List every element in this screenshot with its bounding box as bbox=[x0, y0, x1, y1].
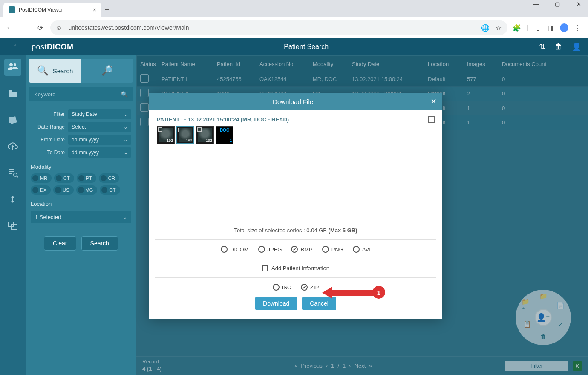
site-info-icon[interactable]: ⊙≡ bbox=[56, 25, 64, 31]
radial-report-icon[interactable]: 📋 bbox=[522, 319, 533, 330]
radial-trash-icon[interactable]: 🗑 bbox=[538, 331, 549, 342]
modality-pill-us[interactable]: US bbox=[53, 185, 73, 195]
rail-folder-icon[interactable] bbox=[4, 85, 21, 102]
th-images[interactable]: Images bbox=[467, 61, 502, 67]
modal-close-icon[interactable]: × bbox=[431, 96, 436, 107]
th-patient-name[interactable]: Patient Name bbox=[161, 61, 217, 67]
series-thumbnail[interactable]: DOC1 bbox=[216, 126, 233, 144]
maximize-button[interactable]: ▢ bbox=[551, 1, 564, 7]
archive-option-zip[interactable]: ZIP bbox=[301, 284, 319, 291]
divider: | bbox=[527, 24, 529, 32]
minimize-button[interactable]: — bbox=[529, 1, 543, 7]
radio-label: PNG bbox=[331, 246, 343, 253]
bookmark-icon[interactable]: ☆ bbox=[496, 24, 502, 32]
forward-button[interactable]: → bbox=[20, 24, 30, 32]
profile-icon[interactable] bbox=[560, 23, 568, 32]
radial-center-add-user-icon[interactable]: 👤⁺ bbox=[535, 309, 552, 326]
sidepanel-icon[interactable]: ◨ bbox=[548, 24, 554, 32]
radial-add-folder-icon[interactable]: 📁⁺ bbox=[522, 300, 533, 311]
back-button[interactable]: ← bbox=[4, 24, 14, 32]
modality-pill-cr[interactable]: CR bbox=[99, 173, 119, 183]
th-modality[interactable]: Modality bbox=[313, 61, 352, 67]
th-patient-id[interactable]: Patient Id bbox=[217, 61, 259, 67]
download-button[interactable]: Download bbox=[255, 297, 297, 310]
pager-first-icon[interactable]: « bbox=[294, 363, 297, 369]
th-docs[interactable]: Documents Count bbox=[502, 61, 584, 67]
clear-button[interactable]: Clear bbox=[44, 236, 76, 251]
series-checkbox[interactable] bbox=[428, 116, 435, 123]
keyword-input[interactable]: Keyword 🔍 bbox=[29, 87, 133, 101]
archive-option-iso[interactable]: ISO bbox=[273, 284, 291, 291]
search-tab-text[interactable]: 🔍 Search bbox=[29, 59, 81, 83]
url-bar[interactable]: ⊙≡ unitedstateswest.postdicom.com/Viewer… bbox=[50, 20, 507, 35]
radio-label: BMP bbox=[300, 246, 312, 253]
rail-patients-icon[interactable] bbox=[4, 59, 21, 76]
radial-share-icon[interactable]: ↗ bbox=[555, 319, 566, 330]
format-option-dicom[interactable]: DICOM bbox=[221, 246, 248, 253]
translate-icon[interactable]: 🌐 bbox=[481, 24, 490, 32]
series-thumbnail[interactable]: 192 bbox=[196, 126, 214, 144]
rail-screens-icon[interactable] bbox=[4, 217, 21, 234]
radial-document-icon[interactable]: 📄 bbox=[555, 300, 566, 311]
rail-sync-icon[interactable] bbox=[4, 191, 21, 208]
checkbox-icon bbox=[262, 265, 268, 271]
th-accession[interactable]: Accession No bbox=[259, 61, 313, 67]
format-option-jpeg[interactable]: JPEG bbox=[258, 246, 282, 253]
rail-upload-cloud-icon[interactable] bbox=[4, 138, 21, 155]
format-options: DICOMJPEGBMPPNGAVI bbox=[157, 246, 435, 253]
pager-prev-icon[interactable]: ‹ bbox=[326, 363, 328, 369]
reload-button[interactable]: ⟳ bbox=[35, 24, 45, 32]
format-option-bmp[interactable]: BMP bbox=[291, 246, 312, 253]
sort-icon[interactable]: ⇅ bbox=[539, 42, 545, 52]
series-thumbnail[interactable]: 192 bbox=[176, 126, 194, 144]
filter-select[interactable]: Study Date ⌄ bbox=[68, 109, 131, 119]
page-sep: / bbox=[337, 363, 339, 369]
modal-title: Download File bbox=[155, 98, 431, 105]
trash-icon[interactable]: 🗑 bbox=[555, 42, 562, 52]
series-thumbnail[interactable]: 192 bbox=[157, 126, 175, 144]
extensions-icon[interactable]: 🧩 bbox=[513, 24, 521, 32]
modality-pill-mr[interactable]: MR bbox=[31, 173, 52, 183]
th-study-date[interactable]: Study Date bbox=[352, 61, 428, 67]
user-icon[interactable]: 👤 bbox=[572, 42, 581, 52]
series-title: PATIENT I - 13.02.2021 15:00:24 (MR, DOC… bbox=[157, 116, 289, 123]
modality-pill-ct[interactable]: CT bbox=[54, 173, 74, 183]
todate-input[interactable]: dd.mm.yyyy ⌄ bbox=[68, 147, 131, 158]
table-row[interactable]: PATIENT I45254756QAX12544MR, DOC13.02.20… bbox=[137, 72, 588, 87]
th-location[interactable]: Location bbox=[428, 61, 467, 67]
rail-list-search-icon[interactable] bbox=[4, 164, 21, 182]
new-tab-button[interactable]: + bbox=[105, 6, 110, 17]
search-button[interactable]: Search bbox=[81, 236, 118, 251]
cell-images: 577 bbox=[467, 76, 502, 82]
pager-last-icon[interactable]: » bbox=[369, 363, 372, 369]
modality-pill-dx[interactable]: DX bbox=[31, 185, 51, 195]
menu-icon[interactable]: ⋮ bbox=[574, 24, 581, 32]
pager-prev[interactable]: Previous bbox=[301, 363, 323, 369]
daterange-select[interactable]: Select ⌄ bbox=[68, 122, 131, 132]
format-option-png[interactable]: PNG bbox=[322, 246, 343, 253]
cancel-button[interactable]: Cancel bbox=[302, 297, 336, 310]
pager-next[interactable]: Next bbox=[355, 363, 366, 369]
downloads-icon[interactable]: ⭳ bbox=[535, 24, 542, 32]
browser-tab[interactable]: PostDICOM Viewer × bbox=[3, 3, 101, 17]
app-header: postDICOM Patient Search ⇅ 🗑 👤 bbox=[0, 38, 588, 55]
add-patient-info-check[interactable]: Add Patient Information bbox=[157, 265, 435, 271]
modality-pill-ot[interactable]: OT bbox=[100, 185, 120, 195]
modality-pill-mg[interactable]: MG bbox=[76, 185, 98, 195]
export-excel-icon[interactable]: X bbox=[573, 361, 582, 371]
pager-next-icon[interactable]: › bbox=[349, 363, 351, 369]
th-status[interactable]: Status bbox=[140, 61, 161, 67]
modal-body: PATIENT I - 13.02.2021 15:00:24 (MR, DOC… bbox=[149, 110, 442, 319]
radial-folder-icon[interactable]: 📁 bbox=[538, 291, 549, 302]
fromdate-input[interactable]: dd.mm.yyyy ⌄ bbox=[68, 135, 131, 145]
close-window-button[interactable]: ✕ bbox=[572, 1, 585, 7]
search-tab-advanced[interactable]: 🔎 bbox=[81, 59, 133, 83]
modality-pill-pt[interactable]: PT bbox=[77, 173, 96, 183]
todate-label: To Date bbox=[31, 150, 65, 156]
format-option-avi[interactable]: AVI bbox=[353, 246, 371, 253]
rail-images-icon[interactable] bbox=[4, 112, 21, 129]
location-select[interactable]: 1 Selected ⌄ bbox=[31, 211, 131, 223]
filter-button[interactable]: Filter bbox=[505, 361, 568, 371]
tab-close-icon[interactable]: × bbox=[93, 6, 96, 13]
page-current: 1 bbox=[331, 363, 334, 369]
